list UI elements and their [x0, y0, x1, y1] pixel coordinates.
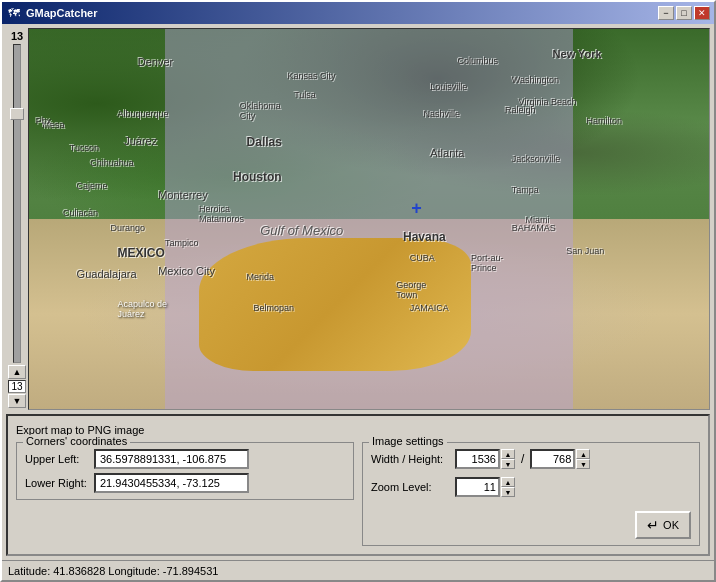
height-spinbox: ▲ ▼: [530, 449, 590, 469]
width-height-label: Width / Height:: [371, 453, 451, 465]
upper-left-input[interactable]: [94, 449, 249, 469]
lower-right-label: Lower Right:: [25, 477, 90, 489]
app-icon: 🗺: [6, 5, 22, 21]
zoom-slider-panel: 13 ▲ 13 ▼: [6, 28, 28, 410]
ok-label: OK: [663, 519, 679, 531]
height-decrement-btn[interactable]: ▼: [576, 459, 590, 469]
zoom-level-decrement-btn[interactable]: ▼: [501, 487, 515, 497]
lower-right-row: Lower Right:: [25, 473, 345, 493]
export-panel: Export map to PNG image Corners' coordin…: [6, 414, 710, 556]
height-input[interactable]: [530, 449, 575, 469]
width-spinbox-buttons: ▲ ▼: [501, 449, 515, 469]
zoom-level-increment-btn[interactable]: ▲: [501, 477, 515, 487]
titlebar: 🗺 GMapCatcher − □ ✕: [2, 2, 714, 24]
image-settings-label: Image settings: [369, 435, 447, 447]
zoom-slider-track[interactable]: [13, 44, 21, 363]
content-area: 13 ▲ 13 ▼: [2, 24, 714, 560]
zoom-value-display: 13: [8, 380, 26, 393]
zoom-level-label: Zoom Level:: [371, 481, 451, 493]
height-increment-btn[interactable]: ▲: [576, 449, 590, 459]
map-background: + New York Columbus Washington Virginia …: [29, 29, 709, 409]
map-container[interactable]: + New York Columbus Washington Virginia …: [28, 28, 710, 410]
corners-group-label: Corners' coordinates: [23, 435, 130, 447]
corners-group: Corners' coordinates Upper Left: Lower R…: [16, 442, 354, 500]
zoom-decrement-btn[interactable]: ▼: [8, 394, 26, 408]
width-height-row: Width / Height: ▲ ▼ /: [371, 449, 691, 469]
maximize-button[interactable]: □: [676, 6, 692, 20]
zoom-controls: ▲ 13 ▼: [8, 365, 26, 408]
zoom-level-row: Zoom Level: ▲ ▼: [371, 477, 691, 497]
width-spinbox: ▲ ▼: [455, 449, 515, 469]
zoom-level-spinbox: ▲ ▼: [455, 477, 515, 497]
close-button[interactable]: ✕: [694, 6, 710, 20]
app-window: 🗺 GMapCatcher − □ ✕ 13 ▲ 13 ▼: [0, 0, 716, 582]
map-section: 13 ▲ 13 ▼: [6, 28, 710, 410]
panel-row: Corners' coordinates Upper Left: Lower R…: [16, 442, 700, 546]
separator-slash: /: [521, 452, 524, 466]
window-title: GMapCatcher: [26, 7, 658, 19]
statusbar: Latitude: 41.836828 Longitude: -71.89453…: [2, 560, 714, 580]
map-cursor: +: [411, 199, 422, 217]
zoom-level-spinbox-buttons: ▲ ▼: [501, 477, 515, 497]
lower-right-input[interactable]: [94, 473, 249, 493]
statusbar-text: Latitude: 41.836828 Longitude: -71.89453…: [8, 565, 218, 577]
width-increment-btn[interactable]: ▲: [501, 449, 515, 459]
zoom-slider-thumb[interactable]: [10, 108, 24, 120]
image-settings-group: Image settings Width / Height: ▲ ▼: [362, 442, 700, 546]
image-settings-inner: Width / Height: ▲ ▼ /: [371, 449, 691, 539]
upper-left-label: Upper Left:: [25, 453, 90, 465]
zoom-increment-btn[interactable]: ▲: [8, 365, 26, 379]
map-gulf-water: [199, 238, 471, 371]
ok-row: ↵ OK: [371, 507, 691, 539]
zoom-number-display: 13: [11, 30, 23, 42]
ok-button[interactable]: ↵ OK: [635, 511, 691, 539]
zoom-level-input[interactable]: [455, 477, 500, 497]
minimize-button[interactable]: −: [658, 6, 674, 20]
ok-icon: ↵: [647, 517, 659, 533]
titlebar-buttons: − □ ✕: [658, 6, 710, 20]
width-input[interactable]: [455, 449, 500, 469]
width-decrement-btn[interactable]: ▼: [501, 459, 515, 469]
upper-left-row: Upper Left:: [25, 449, 345, 469]
height-spinbox-buttons: ▲ ▼: [576, 449, 590, 469]
